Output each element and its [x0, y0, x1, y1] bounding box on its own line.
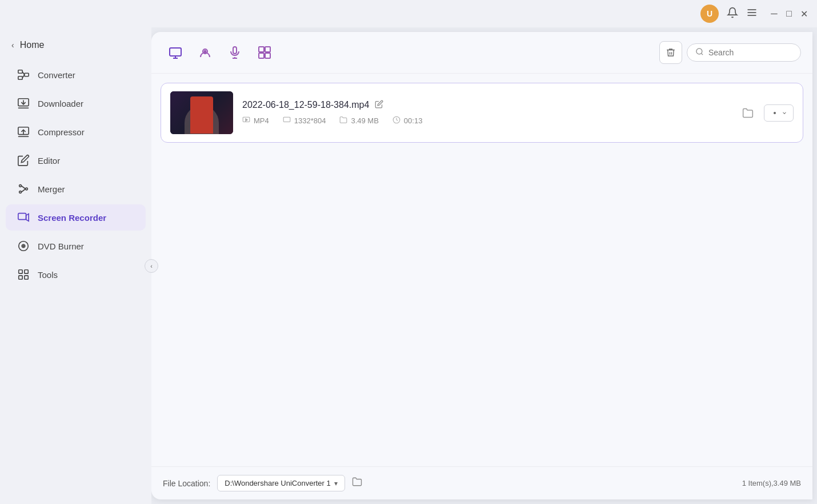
location-folder-button[interactable] [352, 477, 362, 490]
home-link[interactable]: ‹ Home [0, 34, 151, 56]
snapshots-tool-button[interactable] [252, 40, 277, 65]
svg-rect-37 [265, 47, 270, 52]
file-list-area: 2022-06-18_12-59-18-384.mp4 [151, 74, 812, 466]
sidebar-item-converter[interactable]: Converter [6, 62, 146, 88]
duration-icon [393, 116, 401, 126]
file-resolution: 1332*804 [283, 116, 326, 126]
sidebar-label-editor: Editor [38, 156, 60, 166]
bell-icon[interactable] [727, 7, 738, 21]
tools-icon [17, 268, 30, 281]
window-controls: ─ □ ✕ [770, 10, 808, 18]
trash-button[interactable] [659, 41, 682, 64]
svg-rect-33 [233, 47, 237, 54]
sidebar-item-tools[interactable]: Tools [6, 261, 146, 288]
search-icon [695, 47, 704, 58]
svg-line-41 [701, 53, 703, 55]
svg-rect-44 [283, 117, 290, 122]
app-layout: ‹ Home Converter [0, 27, 817, 504]
file-info: 2022-06-18_12-59-18-384.mp4 [242, 100, 728, 126]
file-size: 3.49 MB [339, 116, 378, 126]
sidebar: ‹ Home Converter [0, 27, 151, 504]
sidebar-item-dvd-burner[interactable]: DVD Burner [6, 233, 146, 259]
svg-rect-26 [19, 276, 22, 279]
svg-point-23 [23, 245, 24, 247]
file-duration: 00:13 [393, 116, 423, 126]
svg-rect-27 [25, 276, 28, 279]
svg-point-40 [696, 49, 702, 54]
file-resolution-value: 1332*804 [294, 116, 326, 125]
editor-icon [17, 154, 30, 167]
svg-rect-38 [259, 53, 264, 58]
svg-line-18 [21, 189, 25, 192]
sidebar-item-merger[interactable]: Merger [6, 176, 146, 202]
home-label: Home [20, 40, 45, 50]
downloader-icon [17, 97, 30, 110]
search-input[interactable] [708, 48, 792, 57]
file-duration-value: 00:13 [404, 116, 423, 125]
dvd-burner-icon [17, 240, 30, 252]
svg-rect-3 [18, 70, 22, 74]
title-bar: U ─ □ ✕ [0, 0, 817, 27]
sidebar-label-dvd-burner: DVD Burner [38, 241, 84, 251]
file-format-value: MP4 [254, 116, 269, 125]
file-meta: MP4 1332*804 [242, 116, 728, 126]
file-location-label: File Location: [163, 479, 210, 488]
sidebar-item-downloader[interactable]: Downloader [6, 90, 146, 116]
toolbar [151, 32, 812, 74]
audio-tool-button[interactable] [222, 40, 247, 65]
svg-rect-5 [25, 73, 29, 76]
file-thumbnail [170, 91, 233, 134]
sidebar-label-downloader: Downloader [38, 99, 83, 108]
sidebar-item-compressor[interactable]: Compressor [6, 119, 146, 145]
svg-rect-39 [265, 53, 270, 58]
file-actions [738, 103, 794, 123]
svg-rect-24 [19, 270, 22, 273]
sidebar-item-editor[interactable]: Editor [6, 147, 146, 174]
resolution-icon [283, 116, 291, 126]
compressor-icon [17, 126, 30, 138]
screen-record-tool-button[interactable] [163, 40, 188, 65]
title-bar-controls: U ─ □ ✕ [700, 5, 808, 23]
screen-recorder-icon [17, 211, 30, 224]
size-icon [339, 116, 347, 126]
location-select[interactable]: D:\Wondershare UniConverter 1 ▾ [217, 475, 345, 491]
svg-rect-19 [18, 213, 26, 220]
svg-point-16 [26, 188, 28, 190]
file-name: 2022-06-18_12-59-18-384.mp4 [242, 100, 369, 110]
format-icon [242, 116, 250, 126]
sidebar-label-converter: Converter [38, 70, 75, 80]
main-content: 2022-06-18_12-59-18-384.mp4 [151, 32, 812, 499]
merger-icon [17, 183, 30, 195]
item-count: 1 Item(s),3.49 MB [742, 479, 801, 487]
sidebar-label-compressor: Compressor [38, 127, 85, 137]
svg-rect-28 [170, 48, 181, 56]
search-box[interactable] [687, 43, 801, 62]
maximize-button[interactable]: □ [785, 10, 793, 18]
file-card: 2022-06-18_12-59-18-384.mp4 [161, 83, 803, 143]
converter-icon [17, 68, 30, 81]
sidebar-label-tools: Tools [38, 270, 58, 280]
sidebar-collapse-button[interactable]: ‹ [145, 259, 158, 273]
footer-bar: File Location: D:\Wondershare UniConvert… [151, 466, 812, 499]
minimize-button[interactable]: ─ [770, 10, 778, 18]
file-format: MP4 [242, 116, 269, 126]
close-button[interactable]: ✕ [800, 10, 808, 18]
sidebar-label-merger: Merger [38, 184, 65, 194]
svg-marker-20 [26, 214, 29, 221]
sidebar-item-screen-recorder[interactable]: Screen Recorder [6, 204, 146, 231]
svg-rect-36 [259, 47, 264, 52]
svg-rect-25 [25, 270, 28, 273]
svg-marker-43 [246, 119, 248, 122]
file-size-value: 3.49 MB [351, 116, 378, 125]
svg-point-15 [19, 191, 22, 193]
file-rename-icon[interactable] [375, 100, 383, 110]
location-dropdown-icon: ▾ [334, 479, 338, 487]
svg-point-46 [774, 112, 776, 114]
file-name-row: 2022-06-18_12-59-18-384.mp4 [242, 100, 728, 110]
menu-icon[interactable] [746, 7, 758, 21]
options-button[interactable] [764, 104, 794, 122]
open-folder-button[interactable] [738, 103, 758, 123]
avatar[interactable]: U [700, 5, 719, 23]
location-path: D:\Wondershare UniConverter 1 [225, 479, 330, 487]
webcam-tool-button[interactable] [193, 40, 218, 65]
